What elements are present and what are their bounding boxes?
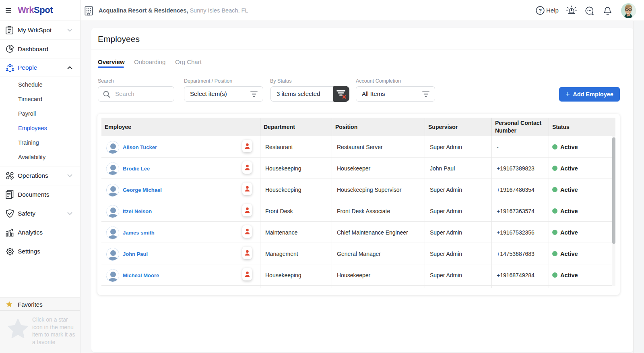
svg-text:?: ? xyxy=(539,8,542,14)
